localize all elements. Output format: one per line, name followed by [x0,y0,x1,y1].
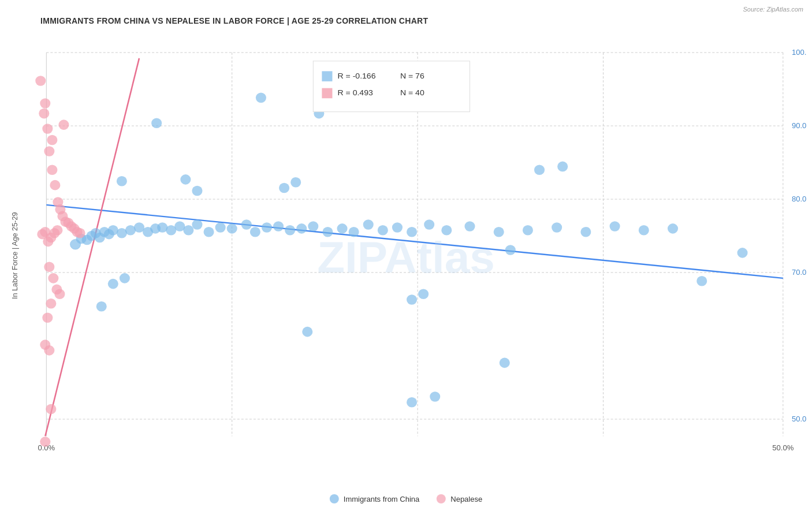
svg-text:70.0%: 70.0% [792,268,806,277]
svg-point-70 [180,174,191,185]
svg-point-72 [279,183,289,193]
svg-point-62 [580,227,591,237]
svg-point-109 [44,345,54,356]
svg-text:90.0%: 90.0% [792,121,806,130]
svg-text:50.0%: 50.0% [772,443,794,452]
svg-text:R = -0.166: R = -0.166 [337,71,375,80]
svg-point-39 [203,227,214,237]
svg-text:ZIPAtlas: ZIPAtlas [317,233,495,282]
svg-point-68 [256,92,266,103]
svg-point-104 [44,262,54,273]
svg-point-50 [337,223,347,234]
svg-point-74 [117,176,127,186]
svg-rect-126 [322,88,332,99]
svg-point-52 [363,219,374,230]
svg-point-90 [44,146,54,156]
legend-label-nepalese: Nepalese [450,495,482,503]
svg-point-105 [48,273,58,283]
svg-point-45 [273,221,284,232]
svg-point-42 [241,219,252,230]
legend-item-nepalese: Nepalese [437,494,482,503]
legend-container: Immigrants from China Nepalese [330,494,482,503]
svg-point-63 [610,221,620,232]
svg-point-84 [500,358,510,368]
legend-dot-china [330,494,339,503]
svg-point-48 [308,221,318,232]
svg-point-58 [464,221,475,232]
svg-point-107 [54,289,65,299]
svg-point-102 [47,135,57,145]
svg-point-121 [40,227,50,237]
svg-point-112 [42,312,53,323]
svg-point-37 [183,225,193,236]
svg-point-66 [696,276,707,286]
svg-text:50.0%: 50.0% [792,415,806,423]
svg-point-76 [120,273,130,283]
svg-point-43 [250,227,260,237]
svg-point-110 [46,404,56,415]
svg-point-81 [505,245,516,255]
svg-point-101 [75,228,85,238]
chart-area: 100.0% 90.0% 80.0% 70.0% 50.0% 0.0% 50.0… [6,30,806,470]
svg-point-82 [534,165,545,175]
svg-point-46 [285,225,295,236]
svg-point-92 [50,180,60,191]
svg-point-86 [407,397,417,408]
svg-point-61 [552,222,562,233]
svg-point-60 [523,225,533,236]
svg-point-44 [262,222,272,233]
svg-point-75 [108,279,118,289]
svg-point-47 [296,223,307,234]
svg-point-73 [290,177,301,188]
svg-point-88 [40,98,50,109]
svg-text:R =  0.493: R = 0.493 [337,88,373,98]
svg-point-91 [47,165,57,175]
svg-point-85 [151,118,162,128]
svg-point-79 [418,289,429,299]
svg-point-78 [407,294,417,305]
legend-item-china: Immigrants from China [330,494,419,503]
svg-text:N = 40: N = 40 [400,88,424,98]
svg-point-59 [494,227,504,237]
svg-text:N = 76: N = 76 [400,71,424,80]
svg-rect-123 [322,71,332,81]
svg-point-115 [39,109,49,119]
svg-point-113 [46,298,56,309]
svg-point-114 [35,76,46,86]
svg-line-19 [45,58,139,436]
chart-title: IMMIGRANTS FROM CHINA VS NEPALESE IN LAB… [6,12,806,30]
svg-point-71 [192,186,202,196]
legend-dot-nepalese [437,494,446,503]
svg-point-65 [668,223,678,234]
legend-label-china: Immigrants from China [344,495,419,503]
svg-point-64 [639,225,649,236]
svg-point-89 [42,124,53,134]
svg-text:80.0%: 80.0% [792,195,806,203]
scatter-plot: 100.0% 90.0% 80.0% 70.0% 50.0% 0.0% 50.0… [6,30,806,470]
svg-point-56 [424,219,434,230]
chart-container: IMMIGRANTS FROM CHINA VS NEPALESE IN LAB… [0,0,812,515]
svg-point-77 [96,301,107,312]
svg-point-87 [430,391,440,402]
svg-point-103 [58,120,69,130]
svg-rect-122 [313,61,470,112]
svg-point-54 [392,222,403,233]
svg-point-80 [302,327,312,337]
svg-point-111 [40,436,50,447]
svg-point-38 [192,219,202,230]
svg-point-40 [215,222,226,233]
svg-point-119 [52,225,62,236]
source-label: Source: ZipAtlas.com [743,6,803,13]
svg-text:100.0%: 100.0% [792,48,806,57]
svg-text:In Labor Force | Age 25-29: In Labor Force | Age 25-29 [10,212,19,299]
svg-point-41 [227,223,237,234]
svg-point-83 [557,162,568,172]
svg-point-67 [737,248,747,258]
